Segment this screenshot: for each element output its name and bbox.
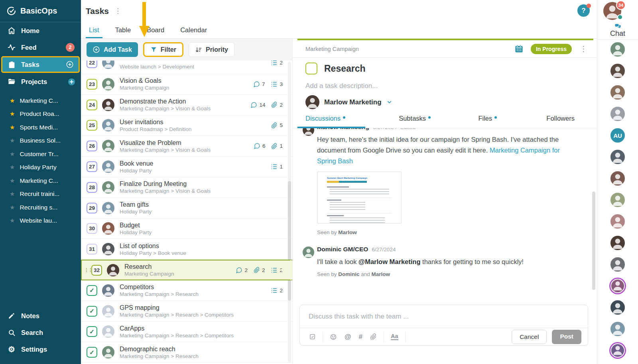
task-completed-checkbox[interactable]: [87, 326, 97, 337]
subtask-count[interactable]: 2: [271, 61, 283, 66]
assignee-avatar[interactable]: [102, 160, 114, 173]
task-completed-checkbox[interactable]: [87, 306, 97, 317]
task-row[interactable]: ⋮⋮ 23 Vision & Goals Marketing Campaign …: [81, 74, 292, 95]
assignee-avatar[interactable]: [102, 181, 114, 194]
assignee-avatar[interactable]: [102, 202, 114, 214]
attachment-count[interactable]: 2: [271, 102, 283, 108]
assignee-avatar[interactable]: [102, 325, 114, 338]
task-row[interactable]: ⋮⋮ 22 Website launch > Development 2: [81, 61, 292, 74]
task-description-placeholder[interactable]: Add a task description...: [305, 82, 378, 90]
task-number-box[interactable]: 22: [87, 61, 97, 68]
comment-count[interactable]: 2: [236, 267, 248, 274]
sidebar-project-item[interactable]: ★ Marketing C...: [0, 94, 81, 108]
hashtag-icon[interactable]: #: [359, 333, 362, 341]
sidebar-project-item[interactable]: ★ Business Sol...: [0, 134, 81, 148]
status-badge[interactable]: In Progress: [531, 44, 572, 54]
sidebar-item-settings[interactable]: ⚙ Settings: [0, 341, 81, 358]
chat-avatar[interactable]: [610, 85, 625, 100]
assignee-avatar[interactable]: [102, 99, 114, 111]
task-number-box[interactable]: 27: [87, 161, 97, 172]
page-menu-icon[interactable]: ⋮: [114, 7, 121, 15]
chat-avatar[interactable]: [610, 257, 625, 272]
assignee-avatar[interactable]: [102, 140, 114, 152]
task-row[interactable]: ⋮⋮ 30 Budget Holiday Party: [81, 219, 292, 239]
sidebar-project-item[interactable]: ★ Recruit traini...: [0, 188, 81, 201]
assignee-dropdown[interactable]: Marlow Marketing: [305, 95, 392, 109]
comment-input[interactable]: Discuss this task with the team ...: [300, 305, 588, 328]
task-row[interactable]: ⋮⋮ 27 Book venue Holiday Party 1: [81, 157, 292, 177]
tab-list[interactable]: List: [89, 22, 99, 38]
task-row[interactable]: ⋮⋮ 32 Research Marketing Campaign 2 2 2: [81, 260, 292, 280]
task-row[interactable]: ⋮⋮ 25 User invitations Product Roadmap >…: [81, 115, 292, 136]
add-task-plus-icon[interactable]: [66, 61, 74, 68]
assignee-avatar[interactable]: [102, 119, 114, 131]
sidebar-item-tasks[interactable]: Tasks: [2, 57, 79, 72]
chat-avatar[interactable]: [610, 300, 625, 315]
task-number-box[interactable]: 24: [87, 100, 97, 110]
sidebar-item-feed[interactable]: Feed 2: [0, 39, 81, 56]
post-button[interactable]: Post: [552, 330, 581, 344]
sidebar-project-item[interactable]: ★ Recruiting s...: [0, 201, 81, 214]
subtask-count[interactable]: 1: [271, 163, 283, 170]
priority-sort-button[interactable]: Priority: [189, 42, 234, 57]
sidebar-project-item[interactable]: ★ Customer Tr...: [0, 147, 81, 161]
chat-avatar[interactable]: AU: [610, 128, 625, 143]
assignee-avatar[interactable]: [102, 243, 114, 255]
attachment-count[interactable]: 5: [271, 122, 283, 129]
tab-subtasks[interactable]: Subtasks: [378, 114, 451, 128]
chat-avatar[interactable]: [610, 343, 625, 358]
comment-count[interactable]: 6: [254, 143, 266, 149]
assignee-avatar[interactable]: [102, 284, 114, 297]
subtask-count[interactable]: 2: [271, 267, 283, 274]
chat-avatar[interactable]: [610, 42, 625, 57]
mention-icon[interactable]: @: [345, 333, 351, 341]
chat-header[interactable]: Chat: [597, 22, 638, 40]
attachment-preview[interactable]: Summer Bash Marketing Campaign: [317, 172, 402, 223]
checklist-icon[interactable]: [309, 333, 316, 340]
tab-board[interactable]: Board: [147, 22, 164, 38]
tab-followers[interactable]: Followers: [524, 114, 597, 128]
task-number-box[interactable]: 26: [87, 141, 97, 151]
tab-files[interactable]: Files: [451, 114, 524, 128]
sidebar-project-item[interactable]: ★ Holiday Party: [0, 161, 81, 174]
task-number-box[interactable]: 29: [87, 203, 97, 213]
chat-avatar[interactable]: [610, 150, 625, 164]
sidebar-project-item[interactable]: ★ Product Roa...: [0, 108, 81, 121]
task-row[interactable]: ⋮⋮ 24 Demonstrate the Action Marketing C…: [81, 95, 292, 115]
attach-file-icon[interactable]: [370, 333, 377, 340]
add-project-plus-icon[interactable]: [67, 78, 76, 86]
app-logo[interactable]: BasicOps: [0, 0, 81, 22]
task-complete-checkbox[interactable]: [305, 63, 317, 74]
assignee-avatar[interactable]: [102, 61, 114, 69]
attachment-count[interactable]: 1: [271, 143, 283, 149]
chat-avatar[interactable]: [610, 64, 625, 78]
task-row[interactable]: ⋮⋮ 31 List of options Holiday Party > Bo…: [81, 239, 292, 260]
task-number-box[interactable]: 31: [87, 244, 97, 254]
task-row[interactable]: ⋮⋮ 26 Visualize the Problem Marketing Ca…: [81, 136, 292, 157]
task-number-box[interactable]: 30: [87, 223, 97, 234]
emoji-icon[interactable]: [330, 333, 337, 341]
chat-avatar[interactable]: [610, 279, 625, 293]
task-row[interactable]: ⋮⋮ Competitors Marketing Campaign > Rese…: [81, 280, 292, 301]
task-menu-icon[interactable]: ⋮: [580, 44, 587, 53]
list-scrollbar-thumb[interactable]: [288, 181, 291, 301]
task-number-box[interactable]: 23: [87, 79, 97, 90]
comment-count[interactable]: 14: [250, 102, 265, 108]
help-icon[interactable]: ?: [577, 4, 590, 17]
chat-avatar[interactable]: [610, 193, 625, 207]
sidebar-item-projects[interactable]: Projects: [0, 73, 81, 90]
task-row[interactable]: ⋮⋮ GPS mapping Marketing Campaign > Rese…: [81, 301, 292, 322]
filter-button[interactable]: Filter: [143, 42, 183, 57]
task-number-box[interactable]: 32: [91, 265, 102, 276]
text-format-icon[interactable]: Aa: [391, 333, 398, 340]
task-row[interactable]: ⋮⋮ CarApps Marketing Campaign > Research…: [81, 322, 292, 342]
task-row[interactable]: ⋮⋮ Demographic reach Marketing Campaign …: [81, 342, 292, 363]
chat-avatar[interactable]: [610, 236, 625, 250]
comment-count[interactable]: 7: [253, 81, 265, 88]
cancel-button[interactable]: Cancel: [512, 330, 547, 344]
assignee-avatar[interactable]: [102, 305, 114, 317]
task-row[interactable]: ⋮⋮ 29 Team gifts Holiday Party: [81, 198, 292, 219]
sidebar-item-home[interactable]: Home: [0, 22, 81, 39]
add-task-button[interactable]: Add Task: [87, 42, 138, 57]
tab-calendar[interactable]: Calendar: [180, 22, 207, 38]
